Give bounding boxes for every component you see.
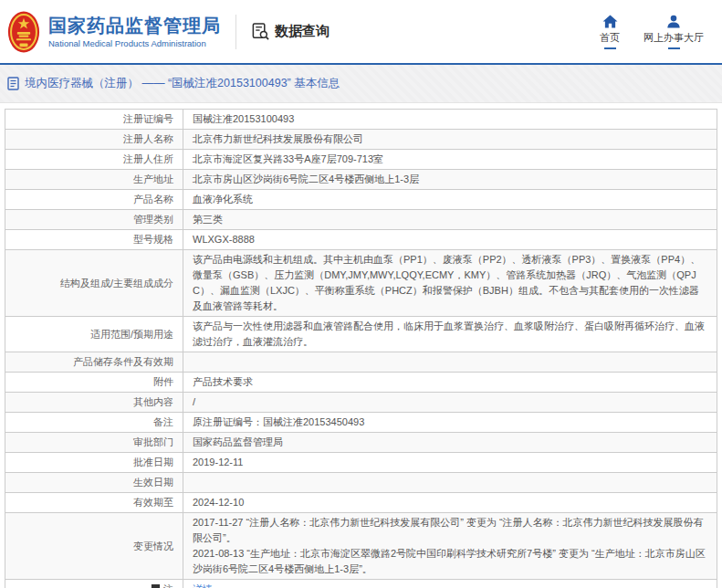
nav-service-hall-underline	[668, 47, 680, 49]
row-label: 适用范围/预期用途	[5, 317, 183, 352]
nav-home-underline	[604, 47, 616, 49]
nav-home[interactable]: 首页	[600, 15, 620, 49]
info-table: 注册证编号国械注准20153100493注册人名称北京伟力新世纪科技发展股份有限…	[5, 109, 717, 588]
row-label: 生效日期	[5, 473, 183, 493]
change-record-line: 2021-08-13 “生产地址：北京市海淀区翠微路2号院中国印刷科学技术研究所…	[193, 546, 707, 577]
row-value: 国家药品监督管理局	[183, 433, 717, 453]
row-value: 该产品由电源线和主机组成。其中主机由血泵（PP1）、废液泵（PP2）、透析液泵（…	[183, 250, 717, 317]
table-row: 产品名称血液净化系统	[5, 190, 717, 210]
person-icon	[666, 15, 681, 28]
site-title: 国家药品监督管理局	[48, 15, 221, 37]
home-icon	[602, 15, 618, 28]
table-row: 型号规格WLXGX-8888	[5, 230, 717, 250]
row-value: 北京伟力新世纪科技发展股份有限公司	[183, 130, 717, 150]
nav-service-hall-label: 网上办事大厅	[644, 31, 704, 45]
row-value: 国械注准20153100493	[183, 110, 717, 130]
table-row: 备注原注册证编号：国械注准20153450493	[5, 413, 717, 433]
row-value: 2019-12-11	[183, 453, 717, 473]
table-row: 变更情况2017-11-27 “注册人名称：北京伟力新世纪科技发展有限公司” 变…	[5, 513, 717, 580]
row-label: 生产地址	[5, 170, 183, 190]
header-divider	[235, 15, 236, 49]
row-label: 注册人名称	[5, 130, 183, 150]
row-value: 2017-11-27 “注册人名称：北京伟力新世纪科技发展有限公司” 变更为 “…	[183, 513, 717, 580]
row-label: 审批部门	[5, 433, 183, 453]
row-value: 北京市海淀区复兴路33号A座7层709-713室	[183, 150, 717, 170]
row-label: 注册人住所	[5, 150, 183, 170]
table-row: 批准日期2019-12-11	[5, 453, 717, 473]
table-row: 审批部门国家药品监督管理局	[5, 433, 717, 453]
brand: 国家药品监督管理局 National Medical Products Admi…	[7, 10, 221, 54]
data-query-icon	[251, 22, 270, 41]
table-row: 附件产品技术要求	[5, 373, 717, 393]
row-value: 原注册证编号：国械注准20153450493	[183, 413, 717, 433]
site-subtitle: National Medical Products Administration	[48, 38, 221, 48]
header-nav: 首页 网上办事大厅	[600, 15, 704, 49]
row-value: 产品技术要求	[183, 373, 717, 393]
table-row: 管理类别第三类	[5, 210, 717, 230]
details-link[interactable]: 详情	[193, 583, 213, 588]
row-value: /	[183, 393, 717, 413]
row-label: 其他内容	[5, 393, 183, 413]
row-label: 产品储存条件及有效期	[5, 352, 183, 373]
data-query-label: 数据查询	[275, 23, 330, 40]
national-emblem-logo	[7, 10, 40, 54]
row-value	[183, 352, 717, 373]
row-label: 管理类别	[5, 210, 183, 230]
table-row: 注详情	[5, 580, 717, 588]
table-row: 产品储存条件及有效期	[5, 352, 717, 373]
table-row: 结构及组成/主要组成成分该产品由电源线和主机组成。其中主机由血泵（PP1）、废液…	[5, 250, 717, 317]
breadcrumb: 境内医疗器械（注册） —— “国械注准20153100493” 基本信息	[0, 65, 722, 103]
table-row: 生产地址北京市房山区沙岗街6号院二区4号楼西侧地上1-3层	[5, 170, 717, 190]
change-record-line: 2017-11-27 “注册人名称：北京伟力新世纪科技发展有限公司” 变更为 “…	[193, 515, 707, 546]
row-label: 有效期至	[5, 493, 183, 513]
row-label: 变更情况	[5, 513, 183, 580]
row-value: 北京市房山区沙岗街6号院二区4号楼西侧地上1-3层	[183, 170, 717, 190]
row-value: 2024-12-10	[183, 493, 717, 513]
row-value: 详情	[183, 580, 717, 588]
table-row: 注册人住所北京市海淀区复兴路33号A座7层709-713室	[5, 150, 717, 170]
row-label: 备注	[5, 413, 183, 433]
info-table-body: 注册证编号国械注准20153100493注册人名称北京伟力新世纪科技发展股份有限…	[5, 110, 717, 588]
row-label: 附件	[5, 373, 183, 393]
row-label: 注	[5, 580, 183, 588]
row-value: 血液净化系统	[183, 190, 717, 210]
page: 国家药品监督管理局 National Medical Products Admi…	[0, 0, 722, 588]
brand-text: 国家药品监督管理局 National Medical Products Admi…	[48, 15, 221, 48]
row-label: 注册证编号	[5, 110, 183, 130]
row-value: 该产品与一次性使用滤器和血液管路配合使用，临床用于血浆置换治疗、血浆吸附治疗、蛋…	[183, 317, 717, 352]
row-label: 结构及组成/主要组成成分	[5, 250, 183, 317]
data-query-link[interactable]: 数据查询	[251, 22, 330, 41]
row-value: 第三类	[183, 210, 717, 230]
table-row: 注册人名称北京伟力新世纪科技发展股份有限公司	[5, 130, 717, 150]
row-label: 型号规格	[5, 230, 183, 250]
table-row: 注册证编号国械注准20153100493	[5, 110, 717, 130]
national-emblem-icon	[7, 10, 40, 54]
note-icon	[151, 583, 161, 588]
table-row: 适用范围/预期用途该产品与一次性使用滤器和血液管路配合使用，临床用于血浆置换治疗…	[5, 317, 717, 352]
nav-service-hall[interactable]: 网上办事大厅	[644, 15, 704, 49]
document-icon	[7, 77, 20, 90]
table-row: 其他内容/	[5, 393, 717, 413]
row-value	[183, 473, 717, 493]
row-value: WLXGX-8888	[183, 230, 717, 250]
site-header: 国家药品监督管理局 National Medical Products Admi…	[0, 0, 722, 65]
row-label: 产品名称	[5, 190, 183, 210]
table-row: 有效期至2024-12-10	[5, 493, 717, 513]
breadcrumb-text: 境内医疗器械（注册） —— “国械注准20153100493” 基本信息	[25, 76, 340, 91]
row-label: 批准日期	[5, 453, 183, 473]
nav-home-label: 首页	[600, 31, 620, 45]
table-row: 生效日期	[5, 473, 717, 493]
